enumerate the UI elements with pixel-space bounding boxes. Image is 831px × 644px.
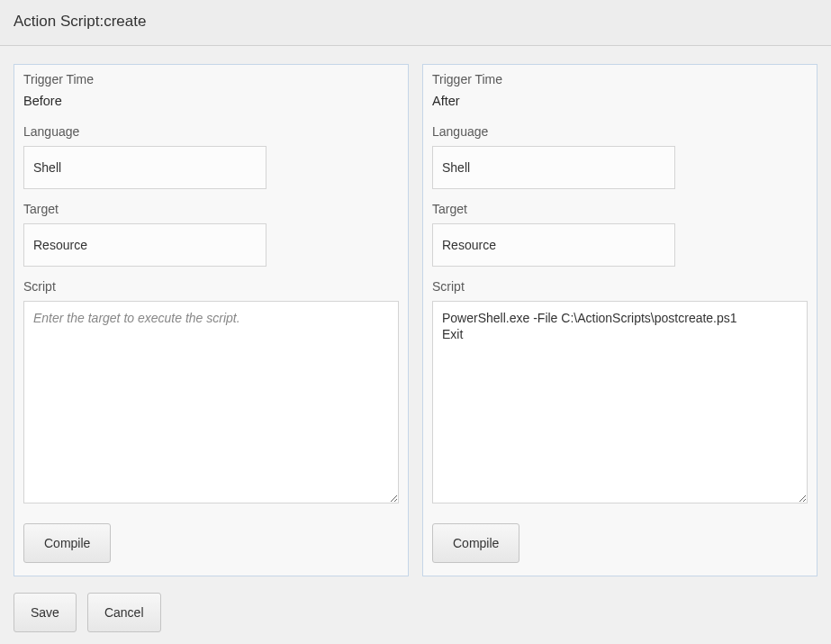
- target-value: Resource: [33, 238, 87, 252]
- trigger-time-label: Trigger Time: [23, 72, 399, 86]
- cancel-button[interactable]: Cancel: [87, 593, 161, 632]
- page-title: Action Script:create: [14, 13, 817, 31]
- trigger-time-value: Before: [23, 94, 399, 108]
- compile-button[interactable]: Compile: [23, 523, 111, 563]
- save-button[interactable]: Save: [14, 593, 77, 632]
- trigger-time-label: Trigger Time: [432, 72, 808, 86]
- target-value: Resource: [442, 238, 496, 252]
- panel-after: Trigger Time After Language Shell Target…: [422, 64, 817, 576]
- language-select[interactable]: Shell: [432, 146, 675, 189]
- language-select[interactable]: Shell: [23, 146, 266, 189]
- language-value: Shell: [442, 160, 470, 175]
- page-header: Action Script:create: [0, 0, 831, 46]
- script-label: Script: [432, 279, 808, 294]
- target-select[interactable]: Resource: [23, 223, 266, 267]
- script-textarea[interactable]: [432, 301, 808, 503]
- compile-button[interactable]: Compile: [432, 523, 519, 563]
- language-label: Language: [23, 124, 399, 139]
- page-content: Trigger Time Before Language Shell Targe…: [0, 46, 831, 644]
- script-label: Script: [23, 279, 399, 294]
- footer-buttons: Save Cancel: [14, 593, 817, 632]
- panels-row: Trigger Time Before Language Shell Targe…: [14, 64, 817, 576]
- language-label: Language: [432, 124, 808, 139]
- target-select[interactable]: Resource: [432, 223, 675, 267]
- trigger-time-value: After: [432, 94, 808, 108]
- target-label: Target: [23, 202, 399, 216]
- panel-before: Trigger Time Before Language Shell Targe…: [14, 64, 409, 576]
- target-label: Target: [432, 202, 808, 216]
- language-value: Shell: [33, 160, 61, 175]
- script-textarea[interactable]: [23, 301, 399, 503]
